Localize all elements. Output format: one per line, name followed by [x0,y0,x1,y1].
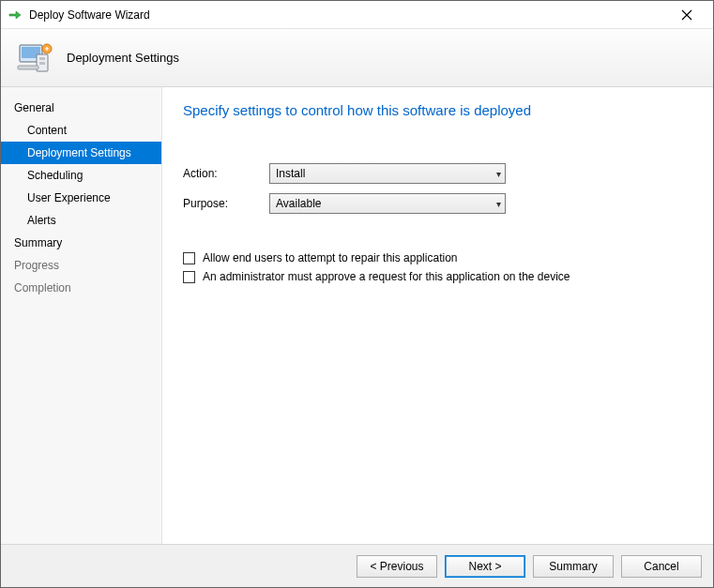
purpose-select-value: Available [276,197,321,210]
sidebar-item-deployment-settings[interactable]: Deployment Settings [1,142,161,164]
checkbox-icon [183,271,195,283]
chevron-down-icon: ▾ [496,169,501,179]
checkbox-group: Allow end users to attempt to repair thi… [183,251,692,283]
action-row: Action: Install ▾ [183,163,692,184]
repair-checkbox-row[interactable]: Allow end users to attempt to repair thi… [183,251,692,264]
button-label: < Previous [370,560,423,573]
button-label: Summary [549,560,597,573]
next-button[interactable]: Next > [445,555,525,578]
close-icon [681,9,692,21]
purpose-select[interactable]: Available ▾ [269,193,506,214]
content: Specify settings to control how this sof… [162,87,713,544]
previous-button[interactable]: < Previous [357,555,437,578]
sidebar-item-progress: Progress [1,254,161,277]
cancel-button[interactable]: Cancel [621,555,702,578]
arrow-right-icon [7,7,23,23]
action-select[interactable]: Install ▾ [269,163,506,184]
approve-checkbox-row[interactable]: An administrator must approve a request … [183,270,692,283]
sidebar-item-content[interactable]: Content [1,119,161,142]
action-label: Action: [183,167,269,180]
action-select-value: Install [276,167,305,180]
button-label: Cancel [644,560,678,573]
sidebar-item-label: General [14,101,54,114]
page-heading: Specify settings to control how this sof… [183,102,692,118]
svg-rect-4 [39,62,45,65]
checkbox-icon [183,252,195,264]
chevron-down-icon: ▾ [496,199,501,209]
sidebar-item-label: Progress [14,259,59,272]
computer-deploy-icon [12,36,57,81]
sidebar-item-general[interactable]: General [1,97,161,119]
sidebar-item-label: Summary [14,236,62,249]
close-button[interactable] [668,2,706,28]
middle: General Content Deployment Settings Sche… [1,87,713,544]
sidebar-item-summary[interactable]: Summary [1,232,161,254]
sidebar-item-user-experience[interactable]: User Experience [1,187,161,209]
summary-button[interactable]: Summary [533,555,614,578]
header: Deployment Settings [1,29,713,87]
window-title: Deploy Software Wizard [29,8,150,22]
sidebar-item-label: User Experience [27,191,111,204]
button-label: Next > [468,560,501,573]
sidebar-item-alerts[interactable]: Alerts [1,209,161,232]
sidebar-item-label: Scheduling [27,169,83,182]
sidebar-item-completion: Completion [1,277,161,299]
header-title: Deployment Settings [67,51,179,65]
purpose-label: Purpose: [183,197,269,210]
svg-rect-3 [39,57,45,60]
titlebar: Deploy Software Wizard [1,1,713,29]
sidebar-item-label: Completion [14,281,71,294]
sidebar-item-label: Deployment Settings [27,146,131,159]
approve-checkbox-label: An administrator must approve a request … [203,270,570,283]
sidebar-item-label: Content [27,124,67,137]
footer: < Previous Next > Summary Cancel [1,544,713,587]
sidebar-item-scheduling[interactable]: Scheduling [1,164,161,187]
svg-rect-5 [18,66,38,69]
sidebar-item-label: Alerts [27,214,56,227]
sidebar: General Content Deployment Settings Sche… [1,87,162,544]
repair-checkbox-label: Allow end users to attempt to repair thi… [203,251,457,264]
purpose-row: Purpose: Available ▾ [183,193,692,214]
